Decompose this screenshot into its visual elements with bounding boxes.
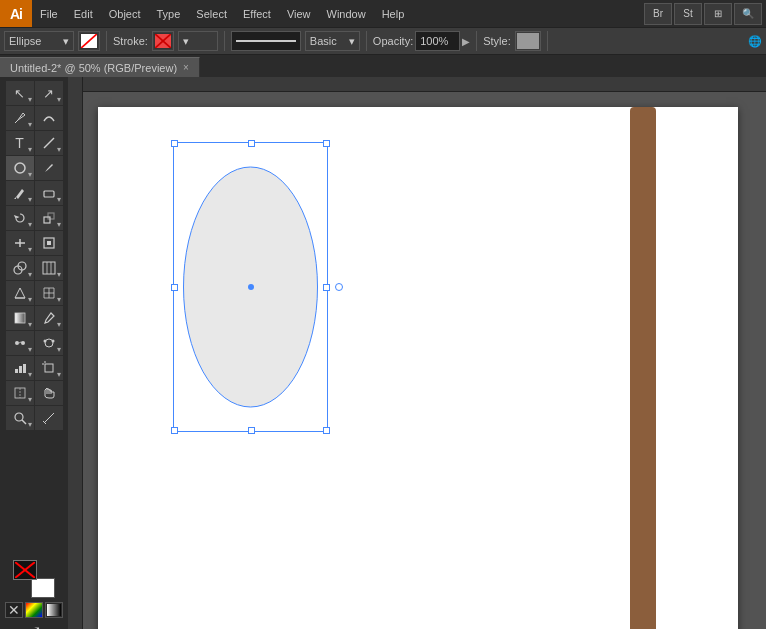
gradient-swatch[interactable] xyxy=(45,602,63,618)
rotate-tool[interactable]: ▾ xyxy=(6,206,34,230)
fill-swatch[interactable] xyxy=(78,31,100,51)
handle-bottom-right[interactable] xyxy=(323,427,330,434)
tabbar: Untitled-2* @ 50% (RGB/Preview) × xyxy=(0,55,766,77)
svg-rect-19 xyxy=(15,369,18,373)
mesh-icon xyxy=(42,286,56,300)
style-color xyxy=(517,33,539,49)
zoom-tool[interactable]: ▾ xyxy=(6,406,34,430)
menu-window[interactable]: Window xyxy=(319,0,374,27)
perspective-grid-tool[interactable]: ▾ xyxy=(6,281,34,305)
free-transform-tool[interactable] xyxy=(35,231,63,255)
width-tool[interactable]: ▾ xyxy=(6,231,34,255)
ellipse-container[interactable] xyxy=(173,142,328,432)
style-label: Style: xyxy=(483,35,511,47)
controlbar: Ellipse ▾ Stroke: ▾ Basic ▾ Opacity: ▶ xyxy=(0,27,766,55)
svg-line-0 xyxy=(81,34,97,48)
document-tab[interactable]: Untitled-2* @ 50% (RGB/Preview) × xyxy=(0,57,200,77)
color-swatch[interactable] xyxy=(25,602,43,618)
style-swatch[interactable] xyxy=(515,31,541,51)
shape-dropdown[interactable]: Ellipse ▾ xyxy=(4,31,74,51)
pen-tool[interactable]: ▾ xyxy=(6,106,34,130)
stroke-weight-dropdown[interactable]: ▾ xyxy=(178,31,218,51)
column-graph-icon xyxy=(13,361,27,375)
tab-close-button[interactable]: × xyxy=(183,62,189,73)
artboard-tool[interactable]: ▾ xyxy=(35,356,63,380)
menu-file[interactable]: File xyxy=(32,0,66,27)
handle-top-left[interactable] xyxy=(171,140,178,147)
handle-bottom-left[interactable] xyxy=(171,427,178,434)
stroke-swatch[interactable] xyxy=(152,31,174,51)
svg-rect-6 xyxy=(44,217,50,223)
search-icon[interactable]: 🔍 xyxy=(734,3,762,25)
zoom-icon xyxy=(13,411,27,425)
menu-select[interactable]: Select xyxy=(188,0,235,27)
scale-tool[interactable]: ▾ xyxy=(35,206,63,230)
handle-top-right[interactable] xyxy=(323,140,330,147)
stroke-line xyxy=(236,40,296,42)
svg-rect-5 xyxy=(44,191,54,197)
symbol-sprayer-tool[interactable]: ▾ xyxy=(35,331,63,355)
globe-icon[interactable]: 🌐 xyxy=(748,35,762,48)
stroke-color-swatch[interactable] xyxy=(31,578,55,598)
mesh-tool[interactable]: ▾ xyxy=(35,281,63,305)
svg-rect-13 xyxy=(15,313,25,323)
canvas-area[interactable] xyxy=(68,77,766,629)
menu-type[interactable]: Type xyxy=(149,0,189,27)
opacity-arrow[interactable]: ▶ xyxy=(462,36,470,47)
hand-tool[interactable] xyxy=(35,381,63,405)
separator-5 xyxy=(547,31,548,51)
selection-tool[interactable]: ↖ ▾ xyxy=(6,81,34,105)
svg-point-27 xyxy=(15,413,23,421)
eyedropper-icon xyxy=(42,311,56,325)
line-tool[interactable]: ▾ xyxy=(35,131,63,155)
handle-bottom-center[interactable] xyxy=(248,427,255,434)
menu-object[interactable]: Object xyxy=(101,0,149,27)
handle-middle-left[interactable] xyxy=(171,284,178,291)
perspective-grid-icon xyxy=(13,286,27,300)
handle-middle-right[interactable] xyxy=(323,284,330,291)
paintbrush-tool[interactable] xyxy=(35,156,63,180)
menu-items: File Edit Object Type Select Effect View… xyxy=(32,0,412,27)
eraser-tool[interactable]: ▾ xyxy=(35,181,63,205)
arrange-icon[interactable]: ⤢ xyxy=(28,622,41,629)
workspace-icon[interactable]: ⊞ xyxy=(704,3,732,25)
stroke-style-dropdown[interactable]: Basic ▾ xyxy=(305,31,360,51)
paintbrush-icon xyxy=(42,161,56,175)
direct-selection-tool[interactable]: ↖ ▾ xyxy=(35,81,63,105)
handle-top-center[interactable] xyxy=(248,140,255,147)
measure-tool[interactable] xyxy=(35,406,63,430)
gradient-tool[interactable]: ▾ xyxy=(6,306,34,330)
ellipse-tool[interactable]: ▾ xyxy=(6,156,34,180)
tool-row-14: ▾ xyxy=(6,406,63,430)
slice-tool[interactable]: ▾ xyxy=(6,381,34,405)
shape-builder-tool[interactable]: ▾ xyxy=(6,256,34,280)
pencil-icon xyxy=(13,186,27,200)
line-icon xyxy=(42,136,56,150)
bridge-icon[interactable]: Br xyxy=(644,3,672,25)
menu-edit[interactable]: Edit xyxy=(66,0,101,27)
stock-icon[interactable]: St xyxy=(674,3,702,25)
fill-stroke-swatches xyxy=(13,560,55,598)
text-tool[interactable]: T ▾ xyxy=(6,131,34,155)
svg-rect-20 xyxy=(19,366,22,373)
menu-effect[interactable]: Effect xyxy=(235,0,279,27)
tool-row-6: ▾ ▾ xyxy=(6,206,63,230)
none-swatch[interactable]: ✕ xyxy=(5,602,23,618)
eyedropper-tool[interactable]: ▾ xyxy=(35,306,63,330)
eraser-icon xyxy=(42,186,56,200)
tool-row-10: ▾ ▾ xyxy=(6,306,63,330)
width-handle[interactable] xyxy=(335,283,343,291)
shape-builder-icon xyxy=(13,261,27,275)
live-paint-tool[interactable]: ▾ xyxy=(35,256,63,280)
svg-line-3 xyxy=(44,138,54,148)
curvature-tool[interactable] xyxy=(35,106,63,130)
blend-icon xyxy=(13,336,27,350)
fill-color-swatch[interactable] xyxy=(13,560,37,580)
pencil-tool[interactable]: ▾ xyxy=(6,181,34,205)
column-graph-tool[interactable]: ▾ xyxy=(6,356,34,380)
blend-tool[interactable]: ▾ xyxy=(6,331,34,355)
opacity-input[interactable] xyxy=(415,31,460,51)
tool-row-12: ▾ ▾ xyxy=(6,356,63,380)
menu-help[interactable]: Help xyxy=(374,0,413,27)
menu-view[interactable]: View xyxy=(279,0,319,27)
